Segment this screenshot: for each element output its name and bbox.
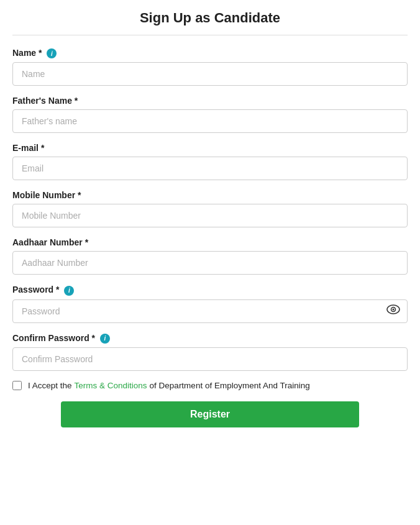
password-info-icon[interactable]: i — [64, 286, 74, 296]
email-input[interactable] — [12, 157, 408, 180]
terms-row: I Accept the Terms & Conditions of Depar… — [12, 381, 408, 390]
name-input[interactable] — [12, 62, 408, 86]
fathers-name-label: Father's Name * — [12, 96, 408, 106]
password-input-wrapper — [12, 299, 408, 323]
register-button[interactable]: Register — [61, 401, 359, 427]
email-label: E-mail * — [12, 143, 408, 153]
name-label: Name * i — [12, 48, 408, 58]
aadhaar-input[interactable] — [12, 251, 408, 275]
confirm-password-info-icon[interactable]: i — [100, 334, 110, 344]
mobile-label: Mobile Number * — [12, 190, 408, 200]
terms-prefix: I Accept the — [28, 381, 72, 390]
mobile-field-group: Mobile Number * — [12, 190, 408, 227]
svg-point-2 — [393, 309, 395, 311]
password-toggle-icon[interactable] — [386, 304, 400, 317]
confirm-password-label: Confirm Password * i — [12, 333, 408, 344]
terms-suffix: of Department of Employment And Training — [150, 381, 310, 390]
page-wrapper: Sign Up as Candidate Name * i Father's N… — [0, 0, 420, 446]
terms-link[interactable]: Terms & Conditions — [75, 381, 147, 390]
password-label: Password * i — [12, 285, 408, 295]
aadhaar-label: Aadhaar Number * — [12, 237, 408, 247]
fathers-name-field-group: Father's Name * — [12, 96, 408, 133]
aadhaar-field-group: Aadhaar Number * — [12, 237, 408, 275]
mobile-input[interactable] — [12, 204, 408, 227]
name-field-group: Name * i — [12, 48, 408, 86]
confirm-password-input[interactable] — [12, 347, 408, 371]
terms-checkbox[interactable] — [12, 381, 22, 390]
fathers-name-input[interactable] — [12, 109, 408, 133]
password-input[interactable] — [12, 299, 408, 323]
page-title: Sign Up as Candidate — [12, 10, 408, 35]
confirm-password-field-group: Confirm Password * i — [12, 333, 408, 371]
email-field-group: E-mail * — [12, 143, 408, 180]
name-info-icon[interactable]: i — [47, 48, 57, 58]
password-field-group: Password * i — [12, 285, 408, 322]
